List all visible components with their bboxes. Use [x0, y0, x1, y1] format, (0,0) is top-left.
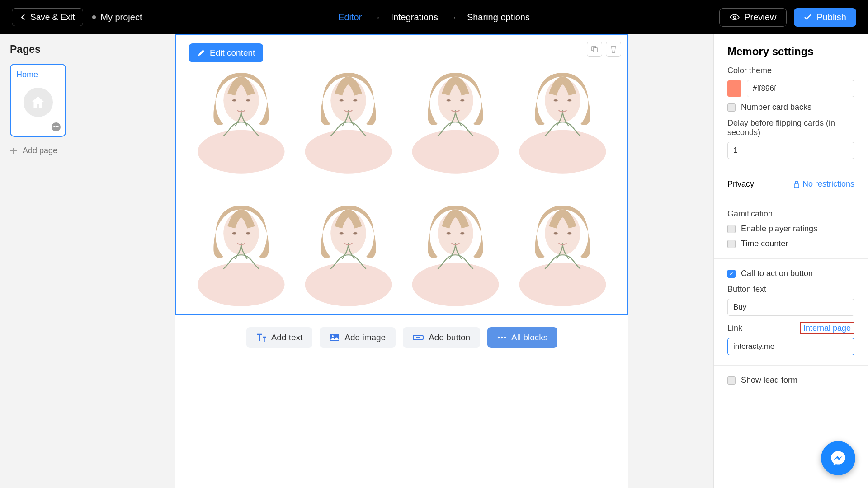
add-block-row: Add text Add image Add button All blocks: [175, 315, 628, 360]
left-panel: Pages Home ••• Add page: [0, 34, 90, 488]
memory-card[interactable]: [297, 45, 400, 174]
svg-point-0: [734, 16, 736, 19]
show-lead-form-label: Show lead form: [741, 375, 797, 385]
preview-button[interactable]: Preview: [719, 8, 787, 27]
pages-title: Pages: [10, 43, 80, 56]
lead-form-section: Show lead form: [714, 366, 868, 395]
svg-point-9: [198, 130, 284, 174]
nav-integrations[interactable]: Integrations: [391, 12, 438, 23]
messenger-button[interactable]: [821, 441, 855, 475]
memory-card[interactable]: [404, 178, 507, 306]
page-options-icon[interactable]: •••: [52, 122, 61, 131]
delete-button[interactable]: [606, 42, 621, 57]
number-card-backs-label: Number card backs: [741, 103, 811, 112]
panel-title: Memory settings: [714, 34, 868, 66]
svg-point-45: [498, 336, 500, 338]
svg-point-33: [412, 263, 499, 306]
svg-point-12: [246, 99, 250, 101]
svg-point-14: [330, 79, 366, 122]
checkbox-icon[interactable]: [727, 270, 736, 278]
svg-point-27: [232, 232, 236, 234]
link-row: Link Internal page: [727, 322, 854, 334]
enable-ratings-row[interactable]: Enable player ratings: [727, 224, 854, 234]
checkbox-icon[interactable]: [727, 376, 736, 385]
svg-point-35: [447, 232, 451, 234]
add-text-label: Add text: [271, 333, 303, 343]
add-button-label: Add button: [429, 333, 470, 343]
button-text-label: Button text: [727, 285, 854, 294]
add-page-button[interactable]: Add page: [10, 146, 80, 155]
button-icon: [413, 334, 424, 341]
svg-point-15: [340, 99, 344, 101]
save-exit-button[interactable]: Save & Exit: [12, 8, 83, 26]
page-thumb-home[interactable]: Home •••: [10, 64, 66, 137]
pencil-icon: [197, 49, 205, 57]
top-bar: Save & Exit My project Editor → Integrat…: [0, 0, 868, 34]
time-counter-label: Time counter: [741, 239, 788, 249]
memory-card[interactable]: [190, 178, 292, 306]
number-card-backs-row[interactable]: Number card backs: [727, 103, 854, 112]
svg-point-21: [519, 130, 606, 174]
text-icon: [256, 333, 266, 342]
svg-point-40: [567, 232, 571, 234]
internal-page-link[interactable]: Internal page: [800, 322, 854, 334]
svg-point-25: [198, 263, 284, 306]
show-lead-form-row[interactable]: Show lead form: [727, 375, 854, 385]
delay-input[interactable]: [727, 142, 854, 159]
svg-point-37: [519, 263, 606, 306]
gamification-label: Gamification: [727, 209, 854, 219]
checkbox-icon[interactable]: [727, 103, 736, 112]
checkbox-icon[interactable]: [727, 240, 736, 248]
svg-point-36: [460, 232, 464, 234]
duplicate-button[interactable]: [587, 42, 602, 57]
all-blocks-button[interactable]: All blocks: [487, 327, 557, 348]
edit-content-button[interactable]: Edit content: [189, 43, 263, 62]
link-label: Link: [727, 324, 742, 333]
svg-rect-48: [794, 184, 799, 188]
cta-row[interactable]: Call to action button: [727, 269, 854, 278]
nav-sharing[interactable]: Sharing options: [467, 12, 530, 23]
memory-card[interactable]: [511, 178, 614, 306]
project-name[interactable]: My project: [92, 12, 142, 23]
add-image-button[interactable]: Add image: [320, 327, 396, 348]
privacy-row: Privacy No restrictions: [714, 169, 868, 199]
copy-icon: [591, 46, 598, 53]
messenger-icon: [830, 450, 847, 467]
right-panel: Memory settings Color theme Number card …: [713, 34, 868, 488]
project-name-label: My project: [100, 12, 142, 23]
card-grid: [190, 45, 614, 306]
gamification-section: Gamification Enable player ratings Time …: [714, 199, 868, 259]
publish-button[interactable]: Publish: [794, 8, 856, 27]
memory-card[interactable]: [511, 45, 614, 174]
color-input[interactable]: [747, 80, 854, 97]
add-text-button[interactable]: Add text: [246, 327, 313, 348]
color-theme-section: Color theme Number card backs Delay befo…: [714, 66, 868, 169]
add-button-button[interactable]: Add button: [403, 327, 480, 348]
memory-card[interactable]: [404, 45, 507, 174]
svg-point-28: [246, 232, 250, 234]
memory-block[interactable]: Edit content: [175, 34, 628, 315]
chevron-left-icon: [20, 14, 26, 21]
button-text-input[interactable]: [727, 299, 854, 316]
center-nav: Editor → Integrations → Sharing options: [338, 12, 530, 23]
home-icon: [24, 88, 53, 117]
memory-card[interactable]: [190, 45, 292, 174]
cta-section: Call to action button Button text Link I…: [714, 259, 868, 366]
svg-point-22: [545, 79, 580, 122]
checkbox-icon[interactable]: [727, 225, 736, 233]
svg-point-39: [554, 232, 558, 234]
privacy-value[interactable]: No restrictions: [793, 179, 854, 189]
link-input[interactable]: [727, 338, 854, 355]
publish-label: Publish: [816, 12, 846, 23]
eye-icon: [730, 14, 740, 21]
enable-ratings-label: Enable player ratings: [741, 224, 817, 234]
nav-editor[interactable]: Editor: [338, 12, 362, 23]
check-icon: [804, 14, 812, 20]
time-counter-row[interactable]: Time counter: [727, 239, 854, 249]
svg-point-46: [501, 336, 503, 338]
memory-card[interactable]: [297, 178, 400, 306]
arrow-right-icon: →: [448, 12, 457, 23]
svg-rect-8: [593, 48, 597, 52]
color-swatch[interactable]: [727, 80, 741, 97]
dots-icon: [497, 336, 506, 339]
